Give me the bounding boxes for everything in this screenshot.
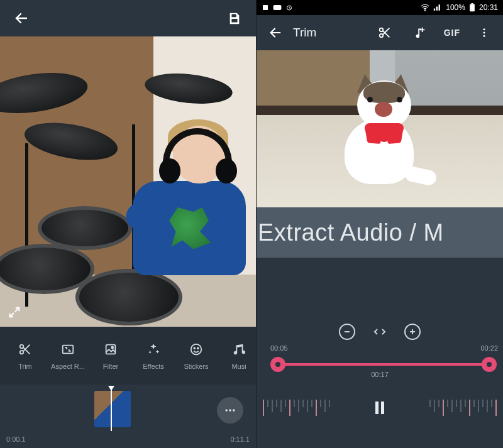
tool-label: Stickers [184, 363, 208, 370]
arrow-left-icon [268, 26, 282, 40]
screen-title: Trim [293, 26, 367, 40]
svg-point-9 [229, 409, 231, 411]
svg-point-14 [425, 10, 426, 11]
trim-range: 00:05 00:22 00:17 [257, 344, 503, 386]
tool-trim[interactable]: Trim [4, 327, 47, 385]
range-end-handle[interactable] [482, 357, 497, 372]
zoom-controls [257, 319, 503, 344]
arrow-left-icon [14, 11, 29, 26]
svg-point-21 [484, 35, 485, 37]
tool-label: Trim [18, 363, 32, 370]
svg-point-5 [191, 344, 202, 355]
tool-filter[interactable]: Filter [89, 327, 132, 385]
battery-percent: 100% [446, 3, 465, 12]
feature-banner: Extract Audio / M [257, 207, 503, 258]
tool-stickers[interactable]: Stickers [175, 327, 218, 385]
range-fill [278, 363, 490, 366]
status-notification-icon [262, 4, 269, 11]
zoom-out-button[interactable] [339, 324, 355, 340]
tool-music[interactable]: Musi [218, 327, 256, 385]
signal-icon [433, 4, 442, 11]
gif-button[interactable]: GIF [444, 28, 460, 38]
cut-button[interactable] [373, 21, 396, 44]
svg-point-20 [484, 32, 485, 34]
timeline-strip[interactable]: 0:00.1 0:11.1 [0, 385, 256, 448]
trim-preview[interactable] [257, 50, 503, 207]
tool-label: Filter [103, 363, 118, 370]
stickers-icon [189, 342, 203, 356]
range-current-label: 00:17 [371, 371, 389, 378]
playback-bar [257, 386, 503, 430]
aspect-icon [61, 342, 75, 356]
svg-point-7 [197, 347, 199, 349]
preview-subject [332, 74, 433, 190]
range-start-label: 00:05 [270, 344, 288, 352]
editor-main-screen: Trim Aspect R... Filter Effects Stickers… [0, 0, 257, 448]
minus-icon [343, 328, 351, 336]
video-preview[interactable] [0, 36, 256, 327]
plus-icon [409, 328, 416, 336]
wifi-icon [421, 4, 429, 11]
fit-icon [373, 327, 387, 336]
music-icon [232, 342, 246, 356]
range-end-label: 00:22 [480, 344, 498, 352]
right-appbar: Trim GIF [257, 15, 503, 50]
svg-point-6 [194, 347, 195, 349]
clip-thumbnail[interactable] [94, 391, 131, 427]
left-appbar [0, 0, 256, 36]
dots-vertical-icon [478, 27, 490, 38]
tool-label: Musi [231, 363, 246, 370]
svg-rect-12 [274, 5, 282, 10]
svg-rect-3 [106, 345, 116, 354]
status-alarm-icon [285, 4, 293, 11]
more-button[interactable] [217, 397, 243, 423]
svg-rect-15 [470, 4, 475, 12]
pause-icon [373, 400, 386, 415]
timeline-end-time: 0:11.1 [230, 435, 250, 443]
overflow-menu-button[interactable] [473, 21, 495, 44]
svg-rect-22 [375, 402, 379, 414]
timeline-start-time: 0:00.1 [6, 435, 26, 443]
zoom-fit-button[interactable] [373, 327, 387, 336]
svg-point-10 [233, 409, 235, 411]
spacer [257, 258, 503, 319]
back-button[interactable] [264, 21, 287, 44]
zoom-in-button[interactable] [404, 324, 421, 340]
save-icon [228, 11, 241, 25]
svg-point-4 [111, 347, 113, 349]
svg-point-18 [379, 34, 383, 38]
tool-label: Effects [143, 363, 163, 370]
tool-aspect-ratio[interactable]: Aspect R... [47, 327, 89, 385]
svg-rect-16 [471, 3, 473, 4]
status-clock: 20:31 [479, 3, 498, 12]
battery-icon [469, 3, 475, 12]
tool-bar: Trim Aspect R... Filter Effects Stickers… [0, 327, 256, 385]
svg-rect-2 [63, 346, 74, 354]
back-button[interactable] [10, 7, 33, 30]
music-plus-icon [413, 26, 427, 40]
playhead[interactable] [111, 388, 112, 431]
dots-horizontal-icon [224, 404, 236, 417]
fullscreen-button[interactable] [6, 304, 23, 320]
save-button[interactable] [223, 7, 246, 30]
status-youtube-icon [273, 4, 282, 11]
tool-label: Aspect R... [51, 363, 85, 370]
status-bar: 100% 20:31 [257, 0, 503, 15]
ruler-left [263, 400, 330, 416]
svg-rect-11 [263, 5, 268, 10]
trim-screen: 100% 20:31 Trim GIF [257, 0, 503, 448]
range-start-handle[interactable] [270, 357, 285, 372]
scissors-icon [378, 26, 392, 40]
tool-effects[interactable]: Effects [132, 327, 175, 385]
effects-icon [146, 342, 160, 356]
play-pause-button[interactable] [368, 396, 391, 419]
svg-point-19 [484, 28, 485, 30]
svg-point-8 [226, 409, 228, 411]
expand-icon [8, 305, 21, 319]
svg-point-17 [379, 28, 383, 32]
svg-rect-23 [381, 402, 384, 414]
preview-image [0, 36, 256, 327]
add-music-button[interactable] [409, 21, 431, 44]
filter-icon [104, 342, 118, 356]
ruler-right [429, 400, 497, 416]
